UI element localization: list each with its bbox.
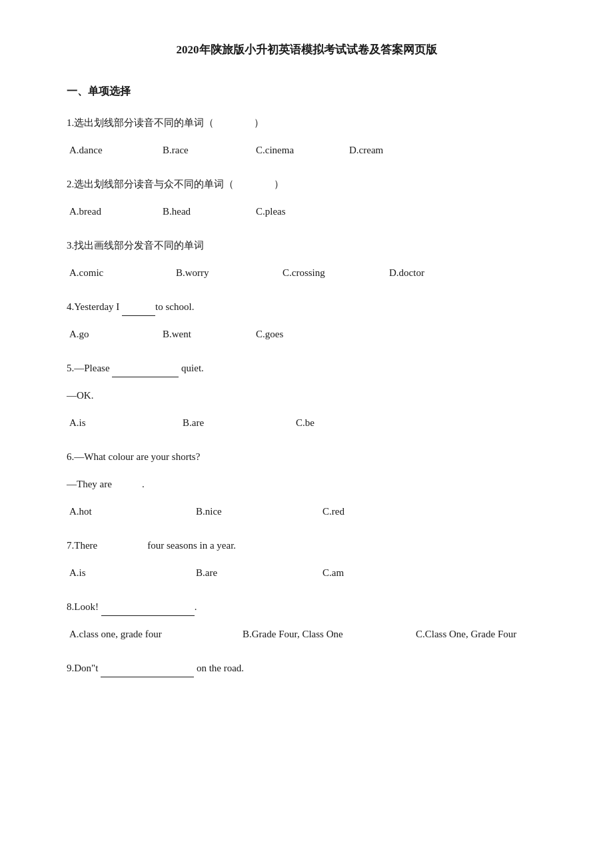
q4-opt-a: A.go (69, 325, 136, 343)
q4-opt-c: C.goes (256, 325, 322, 343)
question-2: 2.选出划线部分读音与众不同的单词（ ） A.bread B.head C.pl… (67, 175, 546, 221)
q2-options: A.bread B.head C.pleas (67, 203, 546, 221)
q7-opt-a: A.is (69, 564, 169, 582)
q8-opt-c: C.Class One, Grade Four (416, 625, 516, 643)
page-title: 2020年陕旅版小升初英语模拟考试试卷及答案网页版 (67, 40, 546, 61)
q5-text2: —OK. (67, 387, 546, 405)
q2-opt-b: B.head (163, 203, 229, 221)
question-5: 5.—Please quiet. —OK. A.is B.are C.be (67, 359, 546, 432)
q2-text: 2.选出划线部分读音与众不同的单词（ ） (67, 175, 546, 193)
q6-opt-c: C.red (322, 503, 389, 521)
q3-opt-a: A.comic (69, 264, 149, 282)
q5-options: A.is B.are C.be (67, 414, 546, 432)
q7-text: 7.There four seasons in a year. (67, 537, 546, 555)
q9-blank (101, 677, 194, 677)
q8-opt-b: B.Grade Four, Class One (243, 625, 376, 643)
q8-text: 8.Look! . (67, 598, 546, 616)
q1-opt-c: C.cinema (256, 141, 322, 159)
q5-opt-b: B.are (183, 414, 269, 432)
q1-opt-a: A.dance (69, 141, 136, 159)
q5-blank (112, 377, 179, 377)
q2-opt-a: A.bread (69, 203, 136, 221)
q3-opt-d: D.doctor (389, 264, 456, 282)
q4-options: A.go B.went C.goes (67, 325, 546, 343)
q5-opt-c: C.be (296, 414, 362, 432)
q3-options: A.comic B.worry C.crossing D.doctor (67, 264, 546, 282)
q5-text: 5.—Please quiet. (67, 359, 546, 377)
question-9: 9.Don"t on the road. (67, 659, 546, 677)
q5-opt-a: A.is (69, 414, 156, 432)
q9-text: 9.Don"t on the road. (67, 659, 546, 677)
q4-blank (122, 315, 155, 316)
question-4: 4.Yesterday I to school. A.go B.went C.g… (67, 298, 546, 343)
q1-opt-d: D.cream (349, 141, 416, 159)
q1-text: 1.选出划线部分读音不同的单词（ ） (67, 114, 546, 132)
question-1: 1.选出划线部分读音不同的单词（ ） A.dance B.race C.cine… (67, 114, 546, 159)
q7-opt-c: C.am (322, 564, 389, 582)
question-6: 6.—What colour are your shorts? —They ar… (67, 448, 546, 521)
q6-options: A.hot B.nice C.red (67, 503, 546, 521)
question-8: 8.Look! . A.class one, grade four B.Grad… (67, 598, 546, 643)
q2-opt-c: C.pleas (256, 203, 322, 221)
section1-title: 一、单项选择 (67, 82, 546, 101)
q4-text: 4.Yesterday I to school. (67, 298, 546, 316)
q7-opt-b: B.are (196, 564, 296, 582)
q7-options: A.is B.are C.am (67, 564, 546, 582)
q6-text2: —They are . (67, 475, 546, 493)
q3-opt-b: B.worry (176, 264, 256, 282)
q8-opt-a: A.class one, grade four (69, 625, 203, 643)
q3-opt-c: C.crossing (283, 264, 362, 282)
q4-opt-b: B.went (163, 325, 229, 343)
question-3: 3.找出画线部分发音不同的单词 A.comic B.worry C.crossi… (67, 237, 546, 282)
q8-options: A.class one, grade four B.Grade Four, Cl… (67, 625, 546, 643)
q1-opt-b: B.race (163, 141, 229, 159)
q8-blank (101, 615, 195, 616)
q6-opt-a: A.hot (69, 503, 169, 521)
q6-text: 6.—What colour are your shorts? (67, 448, 546, 466)
q1-options: A.dance B.race C.cinema D.cream (67, 141, 546, 159)
q6-opt-b: B.nice (196, 503, 296, 521)
question-7: 7.There four seasons in a year. A.is B.a… (67, 537, 546, 582)
q3-text: 3.找出画线部分发音不同的单词 (67, 237, 546, 255)
